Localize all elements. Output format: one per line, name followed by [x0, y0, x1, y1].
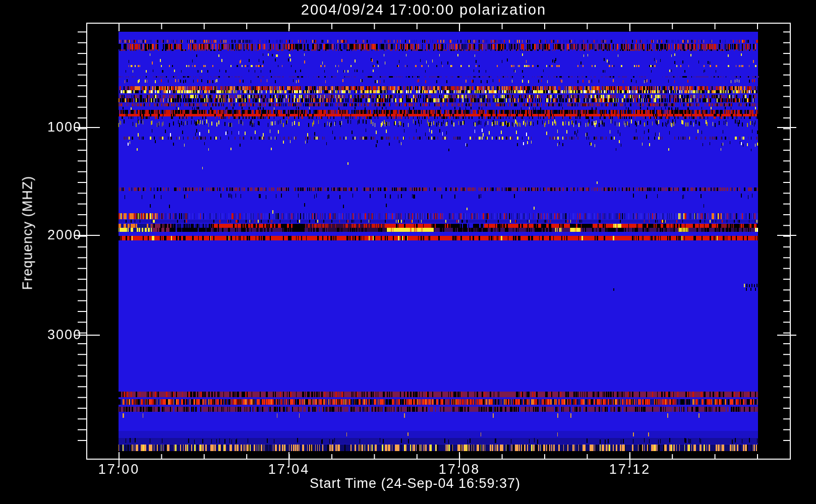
- x-tick-label: 17:12: [609, 462, 651, 477]
- x-axis-label: Start Time (24-Sep-04 16:59:37): [310, 476, 520, 491]
- spectrogram-figure: 2004/09/24 17:00:00 polarization Frequen…: [0, 0, 816, 504]
- x-tick-label: 17:04: [268, 462, 310, 477]
- y-tick-label: 3000: [20, 327, 82, 343]
- y-tick-label: 2000: [20, 227, 82, 243]
- x-tick-label: 17:00: [98, 462, 140, 477]
- spectrogram-canvas: [0, 0, 816, 504]
- plot-title: 2004/09/24 17:00:00 polarization: [301, 2, 546, 18]
- y-tick-label: 1000: [20, 119, 82, 135]
- x-tick-label: 17:08: [439, 462, 481, 477]
